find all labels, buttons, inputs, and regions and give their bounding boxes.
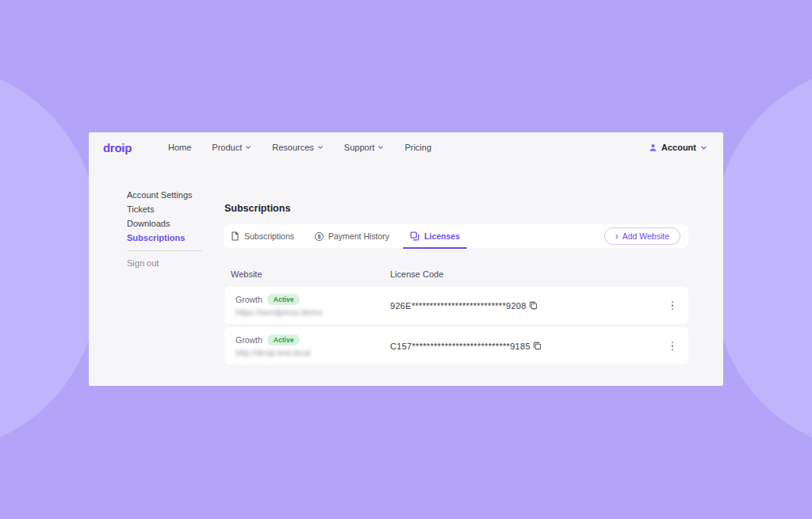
license-code: C157***************************9185 — [390, 342, 530, 351]
license-rows: Growth Active https://wordpress.demo 926… — [224, 287, 688, 368]
account-menu[interactable]: Account — [649, 143, 707, 152]
sidebar-item-tickets[interactable]: Tickets — [127, 205, 214, 214]
sidebar-item-subscriptions[interactable]: Subscriptions — [127, 234, 214, 242]
user-icon — [649, 143, 657, 152]
status-badge: Active — [267, 294, 301, 305]
droip-logo[interactable]: droip — [103, 141, 132, 155]
table-header: Website License Code — [224, 269, 688, 279]
nav-item-resources[interactable]: Resources — [272, 143, 324, 152]
license-code-cell: C157***************************9185 — [390, 342, 542, 351]
nav-item-home[interactable]: Home — [168, 143, 191, 152]
plan-name: Growth — [236, 335, 262, 345]
license-code-cell: 926E**************************9208 — [390, 301, 538, 311]
background-shape-left — [0, 64, 98, 452]
sign-out-link[interactable]: Sign out — [127, 258, 214, 268]
status-badge: Active — [267, 334, 301, 345]
kebab-menu-icon[interactable] — [668, 298, 678, 314]
chevron-right-icon: › — [615, 233, 619, 239]
chevron-down-icon — [377, 144, 384, 151]
license-code: 926E**************************9208 — [390, 301, 527, 311]
copy-icon[interactable] — [533, 342, 542, 350]
page-title: Subscriptions — [224, 203, 290, 214]
column-header-website: Website — [231, 269, 390, 279]
nav-item-pricing[interactable]: Pricing — [404, 143, 431, 152]
kebab-menu-icon[interactable] — [668, 338, 678, 354]
chevron-down-icon — [245, 144, 251, 151]
sidebar-item-account-settings[interactable]: Account Settings — [127, 191, 214, 200]
account-sidebar: Account Settings Tickets Downloads Subsc… — [127, 191, 214, 268]
nav-item-product[interactable]: Product — [212, 143, 251, 152]
tab-bar: Subscriptions $ Payment History Licenses… — [224, 224, 688, 248]
table-row: Growth Active https://wordpress.demo 926… — [224, 287, 688, 324]
sidebar-divider — [127, 250, 202, 251]
website-url: http://droip-test.local — [236, 348, 390, 357]
dollar-circle-icon: $ — [315, 232, 324, 241]
sidebar-item-downloads[interactable]: Downloads — [127, 219, 214, 228]
account-page-card: droip Home Product Resources Support — [89, 132, 723, 386]
tab-subscriptions[interactable]: Subscriptions — [231, 224, 294, 248]
add-website-button[interactable]: › Add Website — [604, 227, 680, 245]
background-shape-right — [714, 64, 812, 452]
chevron-down-icon — [700, 144, 707, 151]
account-label: Account — [661, 143, 696, 152]
copy-icon[interactable] — [529, 301, 538, 310]
website-url: https://wordpress.demo — [236, 307, 390, 317]
plan-name: Growth — [236, 295, 262, 304]
website-cell: Growth Active http://droip-test.local — [236, 334, 390, 357]
top-nav: droip Home Product Resources Support — [89, 132, 723, 162]
tab-licenses[interactable]: Licenses — [410, 224, 460, 248]
table-row: Growth Active http://droip-test.local C1… — [224, 327, 688, 364]
file-icon — [231, 231, 239, 241]
website-cell: Growth Active https://wordpress.demo — [236, 294, 390, 317]
column-header-license-code: License Code — [390, 269, 443, 279]
nav-item-support[interactable]: Support — [344, 143, 385, 152]
copy-squares-icon — [410, 231, 419, 241]
tab-payment-history[interactable]: $ Payment History — [315, 224, 389, 248]
nav-links: Home Product Resources Support — [168, 143, 431, 152]
chevron-down-icon — [317, 144, 324, 151]
